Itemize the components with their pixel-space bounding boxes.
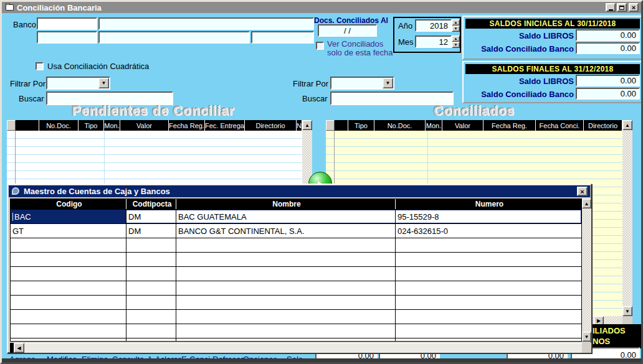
dialog-vertical-scrollbar[interactable]: ▲ ▼: [582, 198, 591, 342]
column-header[interactable]: Codtipocta: [126, 199, 176, 209]
column-header[interactable]: Nombre: [176, 199, 396, 209]
dropdown-arrow-icon[interactable]: ▼: [383, 78, 393, 88]
column-header[interactable]: Numero: [396, 199, 581, 209]
ver-conciliados-checkbox[interactable]: [316, 42, 324, 50]
empty-row[interactable]: [11, 338, 581, 342]
column-header[interactable]: Mon.: [104, 120, 120, 131]
row-selector-header[interactable]: [326, 120, 335, 131]
scroll-up-icon[interactable]: ▲: [302, 120, 312, 130]
column-header[interactable]: Fecha Reg.: [169, 120, 205, 131]
column-header[interactable]: Valor: [120, 120, 169, 131]
account-number-cell[interactable]: 95-15529-8: [396, 210, 581, 223]
empty-row[interactable]: [11, 296, 581, 310]
banco-code-input[interactable]: [37, 17, 97, 30]
month-input[interactable]: 12: [415, 35, 452, 48]
saldo-conciliado-label: Saldo Conciliado Banco: [465, 44, 574, 54]
year-input[interactable]: 2018: [415, 19, 452, 32]
spinner-up-icon[interactable]: ▲: [452, 35, 460, 42]
maestro-cuentas-dialog: Maestro de Cuentas de Caja y Bancos × Co…: [7, 184, 592, 353]
usa-cuadratica-checkbox[interactable]: [36, 62, 44, 70]
scrollbar-corner: [582, 343, 591, 353]
vertical-scrollbar[interactable]: ▲ ▼: [622, 120, 632, 316]
account-type-cell[interactable]: DM: [126, 224, 176, 238]
column-header[interactable]: Fec. Entrega: [205, 120, 245, 131]
banco-label: Banco: [13, 20, 36, 29]
dialog-titlebar: Maestro de Cuentas de Caja y Bancos ×: [9, 185, 590, 197]
dropdown-arrow-icon[interactable]: ▼: [98, 78, 109, 88]
column-header[interactable]: N: [297, 120, 302, 131]
saldo-libros-field[interactable]: 0.00: [576, 29, 640, 41]
scroll-up-icon[interactable]: ▲: [582, 198, 591, 208]
saldo-libros-label: Saldo LIBROS: [465, 31, 574, 40]
account-code-cell[interactable]: GT: [11, 224, 126, 238]
scroll-down-icon[interactable]: ▼: [622, 306, 632, 316]
close-button[interactable]: ×: [629, 3, 639, 12]
column-header[interactable]: Tipo: [348, 120, 374, 131]
dialog-horizontal-scrollbar[interactable]: ◀: [10, 343, 591, 353]
maximize-icon: [619, 6, 624, 10]
saldo-libros-label: Saldo LIBROS: [465, 77, 574, 86]
saldos-iniciales-title: SALDOS INICIALES AL 30/11/2018: [465, 19, 640, 29]
window-titlebar: Conciliación Bancaria ×: [2, 2, 641, 13]
column-header[interactable]: Fecha Conci.: [536, 120, 584, 131]
scroll-up-icon[interactable]: ▲: [622, 120, 632, 130]
empty-row[interactable]: [11, 267, 581, 281]
scrollbar-track[interactable]: [24, 343, 582, 353]
column-header[interactable]: Mon.: [426, 120, 442, 131]
scroll-down-icon[interactable]: ▼: [582, 332, 591, 342]
column-header[interactable]: Directorio: [584, 120, 622, 131]
account-name-cell[interactable]: BANCO G&T CONTINENTAL, S.A.: [176, 224, 396, 238]
column-header[interactable]: No.Doc.: [39, 120, 79, 131]
empty-row[interactable]: [11, 310, 581, 324]
column-header[interactable]: Fecha Reg.: [483, 120, 536, 131]
banco-name2-field[interactable]: [98, 31, 250, 44]
scroll-left-icon[interactable]: ◀: [14, 343, 24, 353]
pendientes-title: Pendientes de Conciliar: [7, 103, 300, 118]
dialog-close-button[interactable]: ×: [577, 187, 588, 196]
buscar-label-right: Buscar: [302, 94, 327, 103]
column-header[interactable]: Directorio: [245, 120, 297, 131]
account-type-cell[interactable]: DM: [126, 210, 176, 223]
spinner-down-icon[interactable]: ▼: [452, 42, 460, 48]
scrollbar-track[interactable]: [622, 130, 632, 306]
month-spinner[interactable]: ▲ ▼: [452, 35, 460, 48]
banco-code2-field[interactable]: [37, 31, 97, 44]
empty-row[interactable]: [11, 324, 581, 338]
year-spinner[interactable]: ▲ ▼: [452, 19, 460, 32]
saldo-libros-field[interactable]: 0.00: [576, 75, 640, 86]
empty-row[interactable]: [11, 238, 581, 253]
maximize-button[interactable]: [617, 3, 627, 12]
account-number-cell[interactable]: 024-632615-0: [396, 224, 581, 238]
account-code-cell[interactable]: BAC: [11, 210, 126, 223]
empty-row[interactable]: [11, 281, 581, 296]
usa-cuadratica-label: Usa Conciliación Cuadrática: [47, 62, 149, 71]
month-label: Mes: [398, 37, 414, 47]
saldo-conciliado-field[interactable]: 0.00: [576, 88, 640, 100]
column-header[interactable]: No.Doc.: [374, 120, 426, 131]
banco-extra-field[interactable]: [251, 31, 314, 44]
scrollbar-track[interactable]: [582, 208, 591, 332]
column-header[interactable]: Tipo: [79, 120, 104, 131]
column-header[interactable]: [16, 120, 39, 131]
empty-row[interactable]: [11, 253, 581, 267]
dialog-title: Maestro de Cuentas de Caja y Bancos: [24, 187, 170, 196]
buscar-label-left: Buscar: [19, 94, 44, 103]
docs-date-input[interactable]: / /: [318, 24, 377, 37]
spinner-down-icon[interactable]: ▼: [452, 26, 460, 32]
close-icon: ×: [632, 4, 636, 11]
filtrar-por-combo-right[interactable]: ▼: [330, 77, 394, 90]
account-row[interactable]: BAC DM BAC GUATEMALA 95-15529-8: [11, 210, 581, 224]
row-selector-header[interactable]: [7, 120, 16, 131]
column-header[interactable]: [335, 120, 348, 131]
minimize-button[interactable]: [606, 3, 616, 12]
filtrar-por-label-left: Filtrar Por: [10, 79, 45, 88]
column-header[interactable]: Valor: [442, 120, 483, 131]
column-header[interactable]: Codigo: [11, 199, 126, 209]
account-row[interactable]: GT DM BANCO G&T CONTINENTAL, S.A. 024-63…: [11, 224, 581, 238]
saldo-conciliado-field[interactable]: 0.00: [576, 42, 640, 54]
minimize-icon: [609, 9, 613, 11]
account-name-cell[interactable]: BAC GUATEMALA: [176, 210, 396, 223]
filtrar-por-combo-left[interactable]: ▼: [46, 77, 110, 90]
banco-name-field[interactable]: [98, 17, 314, 30]
spinner-up-icon[interactable]: ▲: [452, 19, 460, 26]
